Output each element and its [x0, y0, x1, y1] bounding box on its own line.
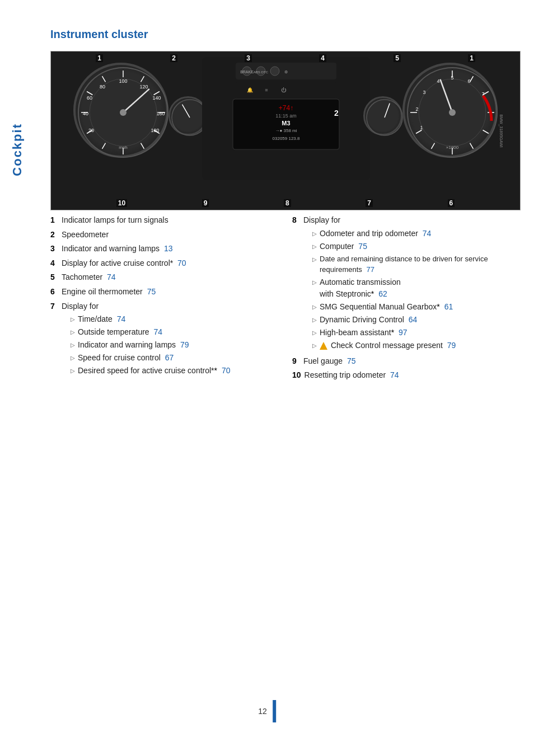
svg-line-58	[416, 130, 421, 134]
sub-page-8-4[interactable]: 62	[378, 289, 387, 298]
callout-numbers-top: 1 2 3 4 5 1	[51, 54, 520, 62]
item-4: 4 Display for active cruise control* 70	[50, 258, 270, 269]
sub-item-8-4: ▷ Automatic transmission with Steptronic…	[312, 276, 512, 300]
sub-text-7-4: Speed for cruise control 67	[78, 352, 174, 364]
sub-text-8-8: Check Control message present 79	[320, 340, 456, 351]
sub-text-8-7: High-beam assistant* 97	[320, 327, 407, 339]
callout-10: 10	[116, 199, 127, 207]
sub-item-8-7: ▷ High-beam assistant* 97	[312, 327, 512, 339]
warning-triangle-icon	[320, 342, 327, 350]
sub-page-8-7[interactable]: 97	[399, 328, 407, 337]
svg-text:160: 160	[156, 111, 165, 116]
sub-page-8-2[interactable]: 75	[358, 242, 367, 251]
svg-text:⚙: ⚙	[284, 70, 288, 74]
sub-item-7-4: ▷ Speed for cruise control 67	[71, 352, 230, 364]
item-3: 3 Indicator and warning lamps 13	[50, 243, 270, 255]
triangle-icon-8-3: ▷	[312, 255, 317, 264]
triangle-icon-8-7: ▷	[312, 328, 317, 337]
svg-text:≡: ≡	[265, 87, 268, 93]
triangle-icon-7-3: ▷	[71, 341, 75, 349]
sub-text-8-1: Odometer and trip odometer 74	[320, 228, 431, 240]
callout-4: 4	[319, 54, 326, 62]
item-text-3: Indicator and warning lamps 13	[62, 243, 173, 255]
svg-text:→● 358 mi: →● 358 mi	[275, 128, 297, 133]
svg-line-54	[483, 130, 489, 134]
item-10: 10 Resetting trip odometer 74	[292, 370, 512, 381]
sub-list-7: ▷ Time/date 74 ▷ Outside temperature 74	[71, 313, 230, 377]
sub-item-7-5: ▷ Desired speed for active cruise contro…	[71, 365, 230, 377]
page-ref-3[interactable]: 13	[164, 244, 173, 253]
page-number: 12	[258, 707, 267, 716]
svg-line-4	[154, 92, 160, 95]
page-bar-decoration	[273, 700, 276, 722]
sub-item-7-3: ▷ Indicator and warning lamps 79	[71, 339, 230, 351]
item-2: 2 Speedometer	[50, 229, 270, 241]
svg-text:4: 4	[437, 78, 439, 84]
triangle-icon-7-4: ▷	[71, 354, 75, 362]
svg-text:M3: M3	[282, 120, 290, 126]
sub-page-7-2[interactable]: 74	[154, 327, 163, 336]
sub-item-8-1: ▷ Odometer and trip odometer 74	[312, 228, 512, 240]
sub-page-8-3[interactable]: 77	[367, 265, 374, 274]
svg-line-9	[102, 143, 106, 149]
item-text-2: Speedometer	[62, 229, 109, 241]
sub-text-8-3: Date and remaining distance to be driven…	[320, 253, 512, 275]
sub-page-7-5[interactable]: 70	[222, 366, 231, 375]
item-num-3: 3	[50, 243, 58, 255]
svg-text:×1000: ×1000	[446, 145, 459, 150]
sub-page-8-1[interactable]: 74	[423, 229, 432, 238]
triangle-icon-7-5: ▷	[71, 367, 75, 375]
sub-item-7-2: ▷ Outside temperature 74	[71, 326, 230, 338]
item-num-7: 7	[50, 301, 58, 312]
svg-text:1: 1	[420, 125, 423, 130]
section-title: Instrument cluster	[50, 22, 512, 41]
item-num-5: 5	[50, 272, 58, 283]
item-text-9: Fuel gauge 75	[303, 356, 356, 367]
triangle-icon-8-6: ▷	[312, 316, 317, 324]
item-8: 8 Display for ▷ Odometer and trip odomet…	[292, 215, 512, 353]
sub-page-8-6[interactable]: 64	[409, 315, 418, 324]
page-ref-9[interactable]: 75	[347, 356, 356, 365]
svg-point-24	[120, 109, 127, 116]
svg-text:ABS DTC: ABS DTC	[254, 71, 269, 74]
sub-text-7-2: Outside temperature 74	[78, 326, 162, 338]
sub-page-8-8[interactable]: 79	[447, 341, 456, 350]
callout-5: 5	[394, 54, 401, 62]
svg-text:+74↑: +74↑	[279, 104, 293, 112]
svg-line-23	[123, 89, 149, 112]
sub-text-8-4: Automatic transmission with Steptronic* …	[320, 276, 401, 300]
left-description-column: 1 Indicator lamps for turn signals 2 Spe…	[50, 215, 270, 384]
item-num-8: 8	[292, 215, 300, 226]
sub-page-7-1[interactable]: 74	[117, 314, 126, 323]
sub-text-7-5: Desired speed for active cruise control*…	[78, 365, 230, 377]
speedometer-gauge: 20 40 60 80 100 120 140 160 180 mph	[73, 63, 168, 158]
sub-page-7-4[interactable]: 67	[165, 353, 174, 362]
item-num-4: 4	[50, 258, 58, 269]
sub-page-8-5[interactable]: 61	[444, 302, 453, 311]
sub-text-8-6: Dynamic Driving Control 64	[320, 314, 417, 326]
page-ref-5[interactable]: 74	[107, 273, 116, 281]
item-num-6: 6	[50, 287, 58, 298]
triangle-icon-8-5: ▷	[312, 303, 317, 311]
svg-text:mph: mph	[119, 145, 128, 150]
page-ref-6[interactable]: 75	[147, 287, 156, 296]
sub-item-8-5: ▷ SMG Sequential Manual Gearbox* 61	[312, 301, 512, 313]
item-num-2: 2	[50, 229, 58, 241]
svg-text:032059  123.8: 032059 123.8	[273, 136, 300, 141]
svg-text:140: 140	[152, 95, 161, 101]
sub-item-8-8: ▷ Check Control message present 79	[312, 340, 512, 351]
item-9: 9 Fuel gauge 75	[292, 356, 512, 367]
svg-text:11:15 am: 11:15 am	[275, 113, 297, 119]
sub-item-8-3: ▷ Date and remaining distance to be driv…	[312, 253, 512, 275]
page-ref-10[interactable]: 74	[390, 370, 399, 379]
callout-3: 3	[245, 54, 252, 62]
page-ref-4[interactable]: 70	[177, 259, 186, 267]
svg-point-68	[449, 109, 456, 116]
small-right-gauge	[363, 96, 402, 135]
item-7: 7 Display for ▷ Time/date 74 ▷	[50, 301, 270, 378]
item-text-8: Display for ▷ Odometer and trip odometer…	[303, 215, 512, 353]
sub-page-7-3[interactable]: 79	[180, 340, 189, 349]
item-text-6: Engine oil thermometer 75	[62, 287, 156, 298]
item-num-1: 1	[50, 215, 58, 226]
svg-text:40: 40	[83, 111, 88, 116]
